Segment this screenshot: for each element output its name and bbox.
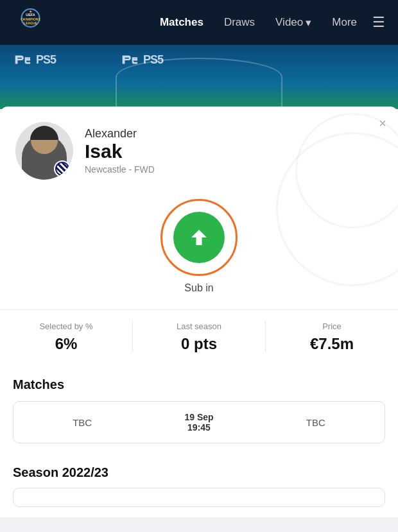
match-time-block: 19 Sep 19:45 xyxy=(184,412,213,433)
season-section: Season 2022/23 xyxy=(0,455,398,517)
player-panel: Alexander Isak Newcastle - FWD × Sub in … xyxy=(0,107,398,517)
matches-section-title: Matches xyxy=(13,377,385,392)
svg-text:★: ★ xyxy=(29,10,32,13)
nav-links: Matches Draws Video ▾ More ☰ xyxy=(152,11,385,35)
player-last-name: Isak xyxy=(85,141,155,162)
sub-in-button[interactable] xyxy=(173,212,225,263)
club-badge-inner xyxy=(56,163,68,175)
sub-in-section: Sub in xyxy=(0,193,398,309)
player-first-name: Alexander xyxy=(85,127,155,141)
nav-draws-link[interactable]: Draws xyxy=(216,11,263,34)
close-button[interactable]: × xyxy=(379,117,386,130)
field-overlay xyxy=(116,58,282,109)
nav-logo: UEFA CHAMPIONS LEAGUE ★ xyxy=(13,4,48,42)
club-badge xyxy=(54,160,71,177)
hamburger-icon[interactable]: ☰ xyxy=(372,14,385,30)
stat-last-season-value: 0 pts xyxy=(133,335,265,353)
sub-in-ring xyxy=(160,199,238,276)
stat-selected-by-value: 6% xyxy=(0,335,132,353)
match-date: 19 Sep xyxy=(184,412,213,422)
avatar-hair xyxy=(30,126,58,140)
ps5-banner: PS5 PS5 xyxy=(0,45,398,109)
season-table xyxy=(13,488,385,507)
stat-price: Price €7.5m xyxy=(266,322,398,353)
match-time-value: 19:45 xyxy=(184,422,213,433)
stat-last-season: Last season 0 pts xyxy=(133,322,266,353)
match-team-left: TBC xyxy=(73,417,92,428)
arrow-up-icon xyxy=(187,226,211,249)
player-avatar xyxy=(15,122,73,180)
player-header: Alexander Isak Newcastle - FWD × xyxy=(0,107,398,193)
nav-more-link[interactable]: More xyxy=(324,11,365,34)
season-title: Season 2022/23 xyxy=(13,465,385,480)
match-card: TBC 19 Sep 19:45 TBC xyxy=(13,401,385,443)
nav-video-link[interactable]: Video ▾ xyxy=(268,11,319,35)
stat-selected-by: Selected by % 6% xyxy=(0,322,133,353)
chevron-down-icon: ▾ xyxy=(306,16,311,30)
matches-section: Matches TBC 19 Sep 19:45 TBC xyxy=(0,365,398,443)
match-team-right: TBC xyxy=(306,417,325,428)
stat-price-value: €7.5m xyxy=(266,335,398,353)
stats-row: Selected by % 6% Last season 0 pts Price… xyxy=(0,309,398,365)
svg-text:LEAGUE: LEAGUE xyxy=(24,21,38,25)
stat-price-label: Price xyxy=(266,322,398,331)
stat-selected-by-label: Selected by % xyxy=(0,322,132,331)
navigation: UEFA CHAMPIONS LEAGUE ★ Matches Draws Vi… xyxy=(0,0,398,45)
stat-last-season-label: Last season xyxy=(133,322,265,331)
nav-matches-link[interactable]: Matches xyxy=(152,11,211,34)
ps5-logo-left: PS5 xyxy=(13,53,56,67)
sub-in-label: Sub in xyxy=(184,282,213,294)
ps5-text-left: PS5 xyxy=(36,53,56,67)
player-club-position: Newcastle - FWD xyxy=(85,164,155,175)
player-info: Alexander Isak Newcastle - FWD xyxy=(85,127,155,175)
